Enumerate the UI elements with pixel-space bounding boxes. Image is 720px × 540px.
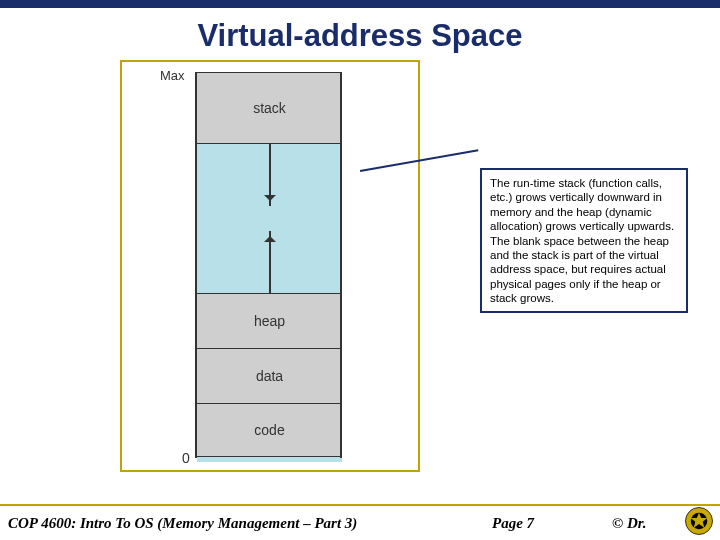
memory-diagram: Max stack heap data code 0	[120, 60, 420, 472]
ucf-logo-icon	[684, 506, 714, 536]
memory-column: stack heap data code	[197, 72, 342, 462]
segment-stack: stack	[197, 72, 342, 144]
label-zero: 0	[182, 450, 190, 466]
segment-heap: heap	[197, 294, 342, 349]
column-border-left	[195, 72, 197, 458]
callout-box: The run-time stack (function calls, etc.…	[480, 168, 688, 313]
arrow-up-icon	[269, 231, 271, 293]
segment-code: code	[197, 404, 342, 457]
column-border-right	[340, 72, 342, 458]
footer-page: Page 7	[492, 515, 612, 532]
segment-gap	[197, 144, 342, 294]
slide-title: Virtual-address Space	[0, 18, 720, 54]
top-accent-bar	[0, 0, 720, 8]
arrow-down-icon	[269, 144, 271, 206]
footer-course: COP 4600: Intro To OS (Memory Management…	[8, 515, 492, 532]
footer: COP 4600: Intro To OS (Memory Management…	[0, 504, 720, 540]
segment-data: data	[197, 349, 342, 404]
label-max: Max	[160, 68, 185, 83]
